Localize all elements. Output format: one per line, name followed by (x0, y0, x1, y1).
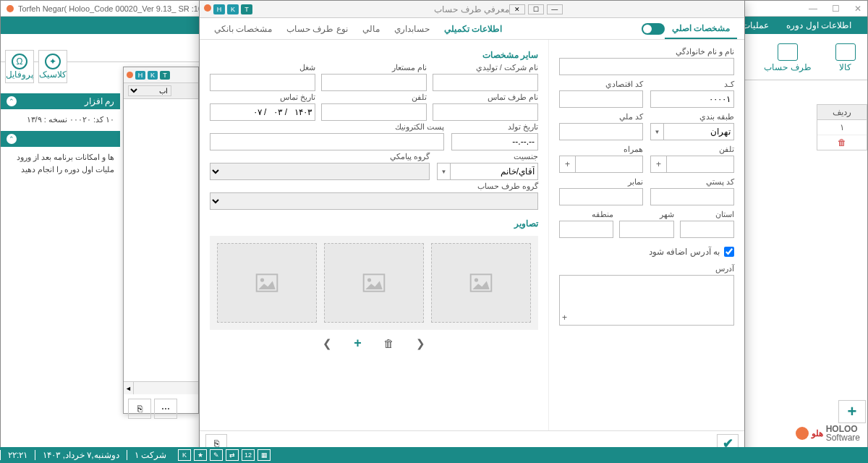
app-icon (204, 4, 211, 12)
contact-input[interactable] (433, 103, 538, 121)
add-to-address-check[interactable] (724, 247, 734, 257)
status-icon[interactable]: ✎ (210, 449, 223, 461)
dlg-close-button[interactable]: ✕ (509, 4, 525, 14)
tel-input[interactable] (666, 156, 734, 173)
row-list: ردیف ۱ 🗑 (817, 104, 867, 150)
dlg-max-button[interactable]: ☐ (528, 4, 544, 14)
status-date: دوشنبه,۷ خرداد, ۱۴۰۳ (35, 450, 126, 460)
fax-input[interactable] (559, 188, 643, 205)
k-badge: K (148, 71, 158, 80)
tab-finance[interactable]: مالي (355, 20, 387, 38)
status-company: شرکت ۱ (127, 450, 174, 460)
mobile-add[interactable]: + (559, 156, 575, 173)
image-slot[interactable] (431, 243, 531, 323)
scroll-left[interactable]: ◄ (124, 382, 134, 394)
dialog-titlebar: ✕ ☐ — معرفي طرف حساب H K T (200, 1, 744, 18)
svg-point-3 (367, 279, 371, 282)
tab-bank-info[interactable]: مشخصات بانکي (207, 20, 279, 38)
image-slot[interactable] (217, 243, 317, 323)
address-area[interactable]: + (559, 275, 734, 326)
more-button[interactable]: ⋯ (154, 399, 177, 419)
tab-first-period[interactable]: اطلاعات اول دوره (778, 17, 860, 33)
maximize-button[interactable]: ☐ (832, 4, 840, 14)
svg-point-5 (260, 279, 264, 282)
extra-info-column: سایر مشخصات نام شرکت / تولیدي نام مستعار… (200, 40, 549, 430)
t-badge: T (241, 4, 252, 14)
main-info-column: نام و نام خانوادگي کـد کد اقتصادي طبقه ب… (549, 40, 744, 430)
add-row-button[interactable]: + (838, 400, 866, 423)
img-next[interactable]: ❮ (416, 337, 425, 350)
gender-dropdown[interactable]: ▼ (437, 163, 450, 180)
ribbon-kala[interactable]: کالا (835, 43, 856, 72)
h-badge: H (135, 71, 145, 80)
dlg-min-button[interactable]: — (547, 4, 563, 14)
app-title: Torfeh Negar( Holoo_Code 00020_Ver 9.13_… (18, 4, 211, 13)
k-badge: K (227, 4, 239, 14)
eco-input[interactable] (559, 90, 643, 108)
code-input[interactable] (650, 90, 734, 108)
email-input[interactable] (210, 133, 444, 150)
job-input[interactable] (210, 74, 315, 91)
h-badge: H (213, 4, 225, 14)
dialog-title: معرفي طرف حساب (434, 4, 509, 14)
t-badge: T (160, 71, 170, 80)
delete-row-icon[interactable]: 🗑 (817, 135, 867, 150)
class-input[interactable] (663, 123, 734, 140)
mobile-input[interactable] (575, 156, 643, 173)
collapse-icon[interactable]: ⌃ (7, 96, 17, 106)
grid-window: H K T اب ◄ ⎘ ⋯ (123, 67, 199, 414)
shahr-input[interactable] (619, 221, 673, 238)
img-delete[interactable]: 🗑 (383, 337, 394, 349)
status-icon[interactable]: 12 (242, 449, 255, 461)
images-row (210, 236, 538, 330)
app-icon (127, 72, 133, 78)
status-icon[interactable]: ⇄ (226, 449, 239, 461)
row-item[interactable]: ۱ (817, 120, 867, 135)
collapse-icon[interactable]: ⌃ (7, 134, 17, 144)
image-slot[interactable] (324, 243, 424, 323)
images-title: تصاویر (210, 216, 538, 232)
phone-input[interactable] (321, 103, 427, 121)
classic-button[interactable]: ✦کلاسیک (38, 50, 67, 83)
ribbon-hesab[interactable]: طرف حساب (764, 43, 811, 72)
status-icon[interactable]: ★ (194, 449, 207, 461)
alias-input[interactable] (321, 74, 427, 91)
class-dropdown[interactable]: ▼ (650, 123, 663, 140)
family-input[interactable] (559, 58, 734, 75)
post-input[interactable] (650, 188, 734, 205)
left-info-panel: رم افزار⌃ ۱۰ کد: ۰۰۰۲۰ نسخه : ۱۳/۹ ⌃ ها … (1, 93, 120, 181)
tab-main-info[interactable]: مشخصات اصلي (665, 19, 737, 39)
active-toggle[interactable] (642, 23, 665, 35)
tab-account-type[interactable]: نوع طرف حساب (279, 20, 354, 38)
tab-extra-info[interactable]: اطلاعات تکمیلي (437, 20, 509, 38)
app-icon (7, 5, 14, 12)
mantaghe-input[interactable] (559, 221, 613, 238)
meli-input[interactable] (559, 123, 643, 140)
row-header: ردیف (817, 105, 867, 120)
address-add[interactable]: + (562, 313, 567, 323)
exit-grid-button[interactable]: ⎘ (128, 399, 151, 419)
sms-group-select[interactable] (210, 163, 430, 180)
status-time: ۲۲:۲۱ (0, 450, 35, 460)
close-button[interactable]: ✕ (854, 4, 861, 14)
ostan-input[interactable] (680, 221, 734, 238)
company-input[interactable] (433, 74, 538, 91)
svg-point-1 (475, 279, 478, 282)
minimize-button[interactable]: — (809, 4, 817, 14)
contact-date-input[interactable] (210, 103, 315, 121)
status-icon[interactable]: K (178, 449, 191, 461)
section-title: سایر مشخصات (210, 47, 538, 63)
img-add[interactable]: + (354, 336, 362, 351)
holoo-logo: هلو HOLOOSoftware (796, 425, 860, 442)
status-icon[interactable]: ▦ (258, 449, 271, 461)
birthdate-input[interactable] (451, 133, 538, 150)
gender-input[interactable] (450, 163, 538, 180)
tab-accounting[interactable]: حسابداري (387, 20, 437, 38)
status-bar: ▦ 12 ⇄ ✎ ★ K شرکت ۱ دوشنبه,۷ خرداد, ۱۴۰۳… (0, 447, 868, 463)
profile-button[interactable]: Ωپروفایل (5, 50, 34, 83)
img-prev[interactable]: ❯ (323, 337, 332, 350)
tel-add[interactable]: + (650, 156, 666, 173)
account-group-select[interactable] (210, 192, 538, 210)
account-dialog: ✕ ☐ — معرفي طرف حساب H K T مشخصات اصلي ا… (199, 0, 745, 454)
grid-filter[interactable]: اب (128, 85, 171, 96)
